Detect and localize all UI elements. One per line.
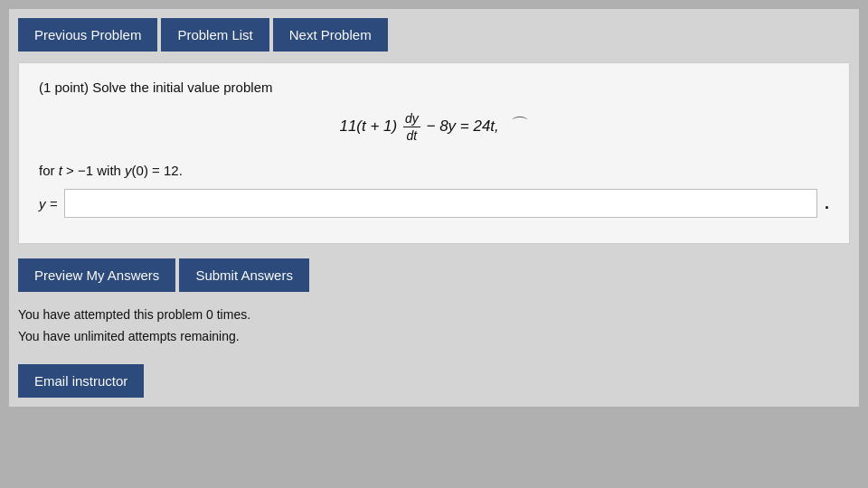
fraction-denominator: dt xyxy=(405,127,420,143)
fraction: dy dt xyxy=(403,111,420,143)
equation-block: 11(t + 1) dy dt − 8y = 24t, ⌒ xyxy=(39,111,829,143)
problem-list-button[interactable]: Problem List xyxy=(161,18,269,52)
action-bar: Preview My Answers Submit Answers xyxy=(18,258,850,292)
problem-card: (1 point) Solve the initial value proble… xyxy=(18,62,850,244)
attempt-info: You have attempted this problem 0 times.… xyxy=(18,305,850,348)
problem-header: (1 point) Solve the initial value proble… xyxy=(39,80,829,95)
attempt-line1: You have attempted this problem 0 times. xyxy=(18,305,850,326)
squiggle-decoration: ⌒ xyxy=(511,113,529,137)
nav-bar: Previous Problem Problem List Next Probl… xyxy=(18,18,850,52)
fraction-numerator: dy xyxy=(403,111,420,127)
answer-dot: . xyxy=(825,194,829,213)
condition-line: for t > −1 with y(0) = 12. xyxy=(39,163,829,178)
next-problem-button[interactable]: Next Problem xyxy=(273,18,388,52)
email-instructor-button[interactable]: Email instructor xyxy=(18,364,144,398)
preview-answers-button[interactable]: Preview My Answers xyxy=(18,258,175,292)
page-wrapper: Previous Problem Problem List Next Probl… xyxy=(9,9,859,407)
condition-text: for t > −1 with y(0) = 12. xyxy=(39,163,183,178)
answer-input[interactable] xyxy=(64,189,817,218)
answer-label: y = xyxy=(39,196,57,211)
attempt-line2: You have unlimited attempts remaining. xyxy=(18,326,850,348)
prev-problem-button[interactable]: Previous Problem xyxy=(18,18,157,52)
equation-suffix: − 8y = 24t, xyxy=(426,117,498,135)
submit-answers-button[interactable]: Submit Answers xyxy=(179,258,309,292)
equation-prefix: 11(t + 1) xyxy=(339,117,397,135)
answer-line: y = . xyxy=(39,189,829,218)
